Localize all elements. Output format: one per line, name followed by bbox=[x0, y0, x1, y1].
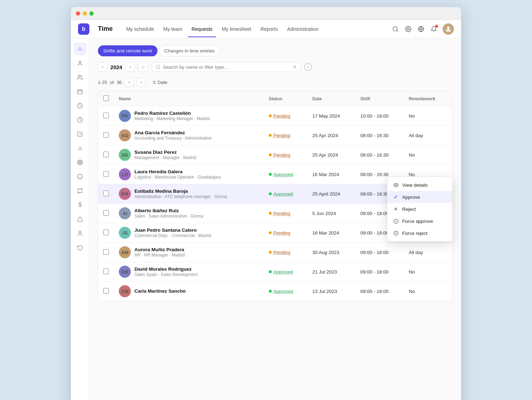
date-cell: 17 May 2024 bbox=[307, 106, 355, 126]
employee-cell: AG Ana García Fernández Accounting and T… bbox=[119, 129, 259, 141]
status-text: Pending bbox=[273, 152, 290, 158]
employee-avatar: CM bbox=[119, 285, 131, 297]
tab-changes-time-entries[interactable]: Changes in time entries bbox=[159, 45, 220, 56]
col-date: Date bbox=[307, 91, 355, 106]
user-avatar[interactable] bbox=[443, 23, 454, 35]
col-shift: Shift bbox=[355, 91, 404, 106]
employee-name: Alberto Ibáñez Ruiz bbox=[134, 208, 203, 213]
sidebar-clock-icon[interactable] bbox=[74, 99, 87, 112]
app-logo: b bbox=[78, 23, 89, 35]
sidebar-swap-icon[interactable] bbox=[74, 184, 87, 197]
ctx-approve-label: Approve bbox=[402, 195, 420, 200]
status-dot bbox=[269, 173, 272, 176]
ctx-approve[interactable]: ✓ Approve bbox=[387, 191, 452, 203]
sidebar-face-icon[interactable] bbox=[74, 170, 87, 183]
settings-icon[interactable] bbox=[404, 25, 412, 33]
tab-shifts-remote-work[interactable]: Shifts and remote work bbox=[98, 45, 157, 56]
page-prev-button[interactable]: ‹ bbox=[124, 78, 134, 87]
year-prev-button[interactable]: ‹ bbox=[98, 62, 107, 72]
maximize-dot[interactable] bbox=[89, 11, 94, 16]
row-checkbox-5[interactable] bbox=[103, 210, 109, 216]
remotework-cell: No bbox=[404, 262, 452, 282]
sidebar-timer-icon[interactable] bbox=[74, 113, 87, 126]
status-dot bbox=[269, 134, 272, 137]
search-input[interactable] bbox=[163, 64, 290, 70]
minimize-dot[interactable] bbox=[83, 11, 87, 16]
sidebar-dollar-icon[interactable]: $ bbox=[74, 198, 87, 211]
status-badge: Pending bbox=[269, 113, 290, 119]
ctx-reject[interactable]: ✕ Reject bbox=[387, 203, 452, 215]
row-checkbox-7[interactable] bbox=[103, 249, 109, 255]
employee-dept: Management · Manager · Madrid bbox=[134, 155, 196, 160]
row-checkbox-2[interactable] bbox=[103, 152, 109, 157]
col-name: Name bbox=[114, 91, 264, 106]
status-text: Approved bbox=[273, 289, 293, 294]
status-badge: Pending bbox=[269, 250, 290, 255]
nav-requests[interactable]: Requests bbox=[188, 24, 216, 34]
nav-actions bbox=[392, 23, 454, 35]
select-all-checkbox[interactable] bbox=[103, 95, 109, 101]
status-text: Pending bbox=[273, 113, 290, 119]
search-clear-icon[interactable]: ✕ bbox=[293, 64, 297, 70]
status-dot bbox=[269, 231, 272, 234]
row-checkbox-6[interactable] bbox=[103, 230, 109, 235]
status-badge: Pending bbox=[269, 152, 290, 158]
ctx-force-approve[interactable]: Force approve bbox=[387, 215, 452, 227]
notification-icon[interactable] bbox=[430, 25, 438, 33]
year-next-button[interactable]: › bbox=[126, 62, 135, 72]
row-checkbox-1[interactable] bbox=[103, 132, 109, 138]
employee-name: Carla Martínez Sancho bbox=[134, 288, 186, 294]
shift-cell: 08:00 - 16:30 bbox=[355, 145, 404, 165]
row-checkbox-3[interactable] bbox=[103, 171, 109, 177]
employee-avatar: JS bbox=[119, 227, 131, 239]
sidebar-checklist-icon[interactable] bbox=[74, 128, 87, 140]
svg-point-23 bbox=[79, 231, 81, 233]
table-row: SD Susana Diaz Perez Management · Manage… bbox=[98, 145, 452, 165]
col-status: Status bbox=[264, 91, 307, 106]
pagination-total: 36 bbox=[117, 80, 122, 85]
ctx-force-reject-label: Force reject bbox=[402, 231, 427, 236]
employee-cell: AM Aurora Muñiz Pradera HR · HR Manager … bbox=[119, 246, 259, 258]
sidebar-alert-icon[interactable] bbox=[74, 213, 87, 225]
nav-administration[interactable]: Administration bbox=[283, 24, 322, 34]
row-checkbox-8[interactable] bbox=[103, 269, 109, 274]
nav-items: My schedule My team Requests My timeshee… bbox=[123, 24, 383, 34]
row-checkbox-4[interactable] bbox=[103, 191, 109, 196]
page-next-button[interactable]: › bbox=[137, 78, 146, 87]
pagination-range: 1-25 bbox=[98, 80, 107, 85]
nav-my-team[interactable]: My team bbox=[160, 24, 186, 34]
svg-point-0 bbox=[393, 27, 397, 31]
nav-my-timesheet[interactable]: My timesheet bbox=[218, 24, 255, 34]
nav-my-schedule[interactable]: My schedule bbox=[123, 24, 158, 34]
favorite-button[interactable]: ☆ bbox=[138, 62, 148, 72]
svg-point-6 bbox=[79, 61, 81, 63]
sidebar-history-icon[interactable] bbox=[74, 241, 87, 254]
row-checkbox-9[interactable] bbox=[103, 288, 109, 294]
status-dot bbox=[269, 251, 272, 254]
info-icon[interactable]: i bbox=[304, 63, 312, 71]
sidebar-target-icon[interactable] bbox=[74, 156, 87, 169]
cross-icon: ✕ bbox=[393, 206, 399, 212]
pagination-of: of bbox=[110, 80, 114, 85]
status-text: Pending bbox=[273, 250, 290, 255]
sidebar-calendar-icon[interactable] bbox=[74, 85, 87, 98]
globe-icon[interactable] bbox=[417, 25, 425, 33]
row-checkbox-0[interactable] bbox=[103, 113, 109, 118]
employee-dept: Accounting and Treasury · Administrative bbox=[134, 136, 211, 141]
search-icon[interactable] bbox=[392, 25, 399, 33]
employee-cell: SD Susana Diaz Perez Management · Manage… bbox=[119, 149, 259, 161]
sidebar-home-icon[interactable]: ⌂ bbox=[74, 43, 87, 55]
sidebar-user2-icon[interactable] bbox=[74, 227, 87, 240]
nav-reports[interactable]: Reports bbox=[257, 24, 281, 34]
sort-button[interactable]: Date bbox=[151, 80, 167, 85]
sidebar-person-icon[interactable] bbox=[74, 57, 87, 69]
sidebar-chart-icon[interactable] bbox=[74, 142, 87, 154]
sidebar-team-icon[interactable] bbox=[74, 71, 87, 84]
svg-line-25 bbox=[159, 68, 160, 69]
col-remotework: Remotework bbox=[404, 91, 452, 106]
svg-point-32 bbox=[395, 184, 397, 186]
employee-name: David Morales Rodríguez bbox=[134, 266, 198, 272]
close-dot[interactable] bbox=[76, 11, 80, 16]
ctx-view-details[interactable]: View details bbox=[387, 179, 452, 191]
ctx-force-reject[interactable]: Force reject bbox=[387, 227, 452, 239]
